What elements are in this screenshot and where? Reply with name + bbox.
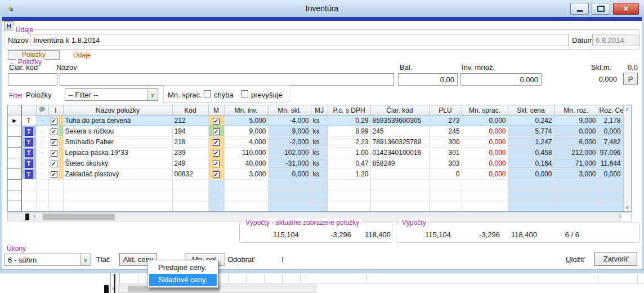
header-m[interactable]: M <box>208 105 224 116</box>
m-checkbox[interactable]: ✓ <box>213 161 220 167</box>
status-stripe <box>59 126 63 136</box>
tab-udaje[interactable]: Údaje <box>73 51 91 59</box>
i-checkbox[interactable]: ✓ <box>51 161 57 167</box>
item-nazov-input[interactable] <box>60 73 394 86</box>
m-checkbox[interactable]: ✓ <box>213 128 220 135</box>
window-frame-left <box>0 17 2 273</box>
table-row[interactable]: T◦✓Strúhadlo Faber218✓4,000-2,000ks2,237… <box>8 137 623 148</box>
header-pc-s-dph[interactable]: P.c. s DPH <box>328 105 370 116</box>
empty-cell <box>208 180 224 190</box>
header-mn-skl[interactable]: Mn. skl. <box>268 105 311 116</box>
header-i[interactable]: I <box>48 105 63 116</box>
header-skl-cena[interactable]: Skl. cena <box>508 105 554 116</box>
header-nazov-polozky[interactable]: Názov položky <box>63 105 172 116</box>
i-checkbox-cell[interactable]: ✓ <box>48 169 63 180</box>
chevron-down-icon[interactable]: ∨ <box>147 89 158 100</box>
empty-cell <box>48 190 63 201</box>
m-checkbox-cell[interactable]: ✓ <box>208 158 224 169</box>
datum-input[interactable]: 6.8.2014 <box>592 34 639 46</box>
cell-nazov: Strúhadlo Faber <box>63 137 172 148</box>
m-checkbox[interactable]: ✓ <box>213 139 220 146</box>
i-checkbox-cell[interactable]: ✓ <box>48 148 63 158</box>
m-checkbox[interactable]: ✓ <box>213 118 220 125</box>
bg-grid-vline <box>366 274 367 283</box>
type-badge: T <box>25 170 33 179</box>
header-kod[interactable]: Kód <box>172 105 208 116</box>
i-checkbox-cell[interactable]: ✓ <box>48 137 63 148</box>
ulozit-button[interactable]: Uložiť <box>562 255 589 264</box>
inv-mnoz-input[interactable]: 0,000 <box>460 73 542 86</box>
i-checkbox-cell[interactable]: ✓ <box>48 116 63 126</box>
close-button[interactable]: ✕ <box>613 3 639 15</box>
odobrat-button[interactable]: Odobrať <box>225 255 257 264</box>
table-row[interactable]: T◦✓Sekera s rúčkou194✓9,0009,000ks8,9924… <box>8 126 623 137</box>
nazov-input[interactable]: Inventúra k 1.8.2014 <box>30 34 569 46</box>
header-mn-roz[interactable]: Mn. roz. <box>554 105 598 116</box>
scroll-down-icon[interactable]: ∨ <box>624 203 632 211</box>
m-checkbox-cell[interactable]: ✓ <box>208 126 224 137</box>
empty-cell <box>598 190 623 201</box>
header-roz-cena[interactable]: Roz. Cen <box>598 105 623 116</box>
empty-cell <box>48 180 63 190</box>
ciar-kod-input[interactable] <box>8 73 57 86</box>
i-checkbox-cell[interactable]: ✓ <box>48 126 63 137</box>
scroll-right-icon[interactable]: › <box>619 213 621 219</box>
chevron-down-icon[interactable]: ∨ <box>80 254 91 265</box>
empty-cell <box>172 180 208 190</box>
cell-mn-roz: 71,000 <box>554 158 598 169</box>
table-row[interactable]: T◦✓Zakladač plastový00832✓3,0000,000ks1,… <box>8 169 623 180</box>
column-splitter[interactable] <box>25 214 29 220</box>
table-row[interactable]: T◦✓Lepiaca páska 19*33239✓110,000-102,00… <box>8 148 623 158</box>
summary-current-v2: -3,296 <box>299 230 351 239</box>
minimize-icon <box>577 10 583 12</box>
i-button[interactable]: I <box>277 255 288 264</box>
action-select[interactable]: 6 - súhrn ∨ <box>5 254 91 266</box>
cell-plu: 245 <box>429 126 462 137</box>
m-checkbox[interactable]: ✓ <box>213 150 220 157</box>
menu-item-skladove-ceny[interactable]: Skladové ceny. <box>149 274 217 286</box>
header-mn-sprac[interactable]: Mn. sprac. <box>462 105 508 116</box>
m-checkbox-cell[interactable]: ✓ <box>208 116 224 126</box>
header-mn-inv[interactable]: Mn. inv. <box>224 105 268 116</box>
vertical-scrollbar[interactable]: ∧ ∨ <box>623 105 632 211</box>
maximize-button[interactable] <box>592 3 610 15</box>
bal-input[interactable]: 0,00 <box>398 73 458 86</box>
scroll-up-icon[interactable]: ∧ <box>624 105 632 113</box>
scroll-left-icon[interactable]: ‹ <box>112 285 114 291</box>
empty-cell <box>268 201 311 212</box>
cell-skl-cena: 1,247 <box>508 137 554 148</box>
i-checkbox[interactable]: ✓ <box>51 171 57 178</box>
empty-cell <box>370 190 429 201</box>
p-button[interactable]: P <box>623 73 638 85</box>
table-row[interactable]: T◦✓Štetec školský249✓40,000-31,000ks0,47… <box>8 158 623 169</box>
header-mj[interactable]: MJ <box>311 105 328 116</box>
titlebar[interactable]: Inventúra ✕ <box>0 0 644 17</box>
empty-cell <box>429 190 462 201</box>
empty-cell <box>224 180 268 190</box>
m-checkbox-cell[interactable]: ✓ <box>208 148 224 158</box>
minimize-button[interactable] <box>570 3 589 15</box>
header-plu[interactable]: PLU <box>429 105 462 116</box>
menu-item-predajne-ceny[interactable]: Predajné ceny. <box>149 261 217 274</box>
i-checkbox-cell[interactable]: ✓ <box>48 158 63 169</box>
header-ciar-kod[interactable]: Čiar. kód <box>370 105 429 116</box>
filter-dropdown-value: -- Filter -- <box>65 89 147 100</box>
scroll-left-icon[interactable]: ‹ <box>34 213 35 219</box>
table-row[interactable]: ▶T◦✓Tuha do pera červená212✓5,000-4,000k… <box>8 116 623 126</box>
i-checkbox[interactable]: ✓ <box>51 118 57 125</box>
i-checkbox[interactable]: ✓ <box>51 139 57 146</box>
tlac-button[interactable]: Tlač <box>90 255 116 264</box>
i-checkbox[interactable]: ✓ <box>51 128 57 135</box>
m-checkbox[interactable]: ✓ <box>213 171 220 178</box>
i-checkbox[interactable]: ✓ <box>51 150 57 157</box>
hscroll-thumb[interactable] <box>43 214 115 220</box>
summary-total-v2: -3,296 <box>451 230 500 239</box>
prevysuje-checkbox[interactable] <box>241 90 248 97</box>
empty-cell <box>462 190 508 201</box>
zatvorit-button[interactable]: Zatvoriť <box>594 252 637 266</box>
filter-dropdown[interactable]: -- Filter -- ∨ <box>65 88 158 101</box>
chyba-checkbox[interactable] <box>204 90 211 97</box>
bg-scroll-splitter[interactable] <box>104 285 109 293</box>
m-checkbox-cell[interactable]: ✓ <box>208 137 224 148</box>
m-checkbox-cell[interactable]: ✓ <box>208 169 224 180</box>
